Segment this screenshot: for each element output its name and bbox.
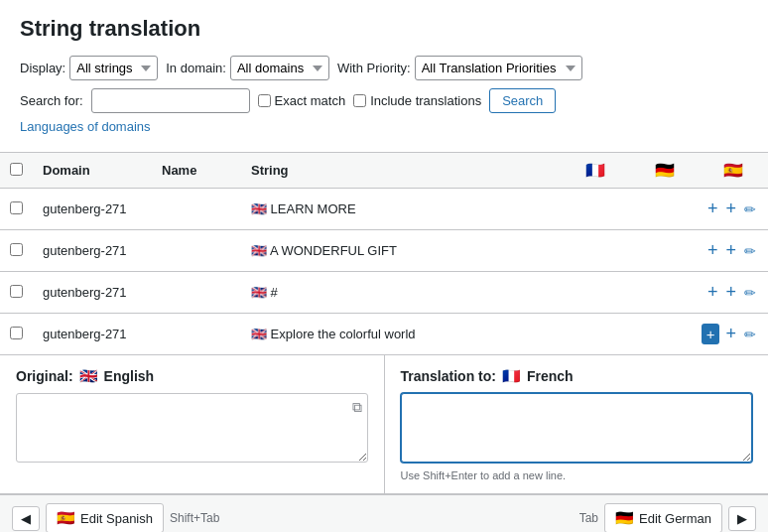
table-row: gutenberg-271 🇬🇧 A WONDERFUL GIFT + + ✏ — [0, 230, 768, 272]
search-input[interactable] — [91, 88, 250, 113]
add-fr-btn[interactable]: + — [705, 280, 720, 305]
tab-label: Tab — [579, 511, 598, 525]
prev-btn[interactable]: ◀ — [12, 506, 40, 531]
edit-spanish-label: Edit Spanish — [80, 511, 153, 526]
row-checkbox[interactable] — [10, 201, 23, 214]
edit-btn[interactable]: ✏ — [742, 241, 758, 261]
es-flag-header: 🇪🇸 — [699, 153, 768, 189]
languages-of-domains-link[interactable]: Languages of domains — [20, 119, 151, 134]
exact-match-checkbox[interactable] — [258, 94, 271, 107]
original-textarea[interactable] — [16, 393, 368, 463]
translation-hint: Use Shift+Enter to add a new line. — [401, 469, 753, 481]
translation-flag: 🇫🇷 — [502, 367, 521, 385]
translation-label: Translation to: — [401, 368, 496, 384]
select-all-checkbox[interactable] — [10, 163, 23, 176]
edit-spanish-button[interactable]: 🇪🇸 Edit Spanish — [46, 503, 164, 532]
row-checkbox[interactable] — [10, 327, 23, 339]
add-fr-btn[interactable]: + — [705, 238, 720, 263]
add-de-btn[interactable]: + — [723, 280, 738, 305]
translation-lang: French — [527, 368, 574, 384]
row-name — [152, 189, 241, 230]
row-string: 🇬🇧 # — [241, 272, 561, 314]
german-flag: 🇩🇪 — [615, 509, 634, 527]
original-column: Original: 🇬🇧 English ⧉ — [0, 355, 385, 493]
row-domain: gutenberg-271 — [33, 272, 152, 314]
domain-col-header: Domain — [33, 153, 152, 189]
row-name — [152, 230, 241, 272]
row-domain: gutenberg-271 — [33, 314, 152, 355]
translation-column: Translation to: 🇫🇷 French Use Shift+Ente… — [385, 355, 769, 493]
add-de-btn[interactable]: + — [723, 238, 738, 263]
translation-textarea[interactable] — [401, 393, 753, 463]
include-translations-label[interactable]: Include translations — [353, 93, 481, 108]
original-flag: 🇬🇧 — [79, 367, 98, 385]
domain-select[interactable]: All domains — [230, 56, 329, 80]
string-col-header: String — [241, 153, 561, 189]
row-domain: gutenberg-271 — [33, 189, 152, 230]
row-string: 🇬🇧 A WONDERFUL GIFT — [241, 230, 561, 272]
spanish-flag: 🇪🇸 — [57, 509, 75, 527]
domain-label: In domain: — [166, 61, 226, 75]
edit-btn[interactable]: ✏ — [742, 325, 758, 344]
row-name — [152, 314, 241, 355]
add-fr-btn[interactable]: + — [705, 197, 720, 221]
row-string: 🇬🇧 LEARN MORE — [241, 189, 561, 230]
edit-btn[interactable]: ✏ — [742, 200, 758, 219]
priority-select[interactable]: All Translation Priorities — [415, 56, 582, 80]
table-row: gutenberg-271 🇬🇧 # + + ✏ — [0, 272, 768, 314]
de-flag-header: 🇩🇪 — [630, 153, 700, 189]
shift-tab-hint: Shift+Tab — [170, 511, 219, 525]
original-lang: English — [104, 368, 155, 384]
copy-icon[interactable]: ⧉ — [352, 399, 362, 416]
display-label: Display: — [20, 61, 65, 75]
display-select[interactable]: All strings — [69, 56, 158, 80]
priority-label: With Priority: — [337, 61, 411, 75]
table-row: gutenberg-271 🇬🇧 LEARN MORE + + ✏ — [0, 189, 768, 230]
row-string: 🇬🇧 Explore the colorful world — [241, 314, 561, 355]
edit-german-label: Edit German — [639, 511, 711, 526]
bottom-bar: ◀ 🇪🇸 Edit Spanish Shift+Tab Tab 🇩🇪 Edit … — [0, 494, 768, 532]
edit-german-button[interactable]: 🇩🇪 Edit German — [604, 503, 722, 532]
row-domain: gutenberg-271 — [33, 230, 152, 272]
next-btn[interactable]: ▶ — [728, 506, 756, 531]
row-checkbox[interactable] — [10, 243, 23, 256]
exact-match-label[interactable]: Exact match — [258, 93, 346, 108]
edit-btn[interactable]: ✏ — [742, 283, 758, 303]
translation-panel: Original: 🇬🇧 English ⧉ Translation to: 🇫… — [0, 354, 768, 494]
add-fr-highlighted-btn[interactable]: + — [702, 324, 720, 344]
page-title: String translation — [20, 16, 748, 42]
row-checkbox[interactable] — [10, 285, 23, 298]
fr-flag-header: 🇫🇷 — [561, 153, 630, 189]
search-button[interactable]: Search — [489, 88, 556, 113]
add-de-btn[interactable]: + — [723, 197, 738, 221]
table-row-active: gutenberg-271 🇬🇧 Explore the colorful wo… — [0, 314, 768, 355]
row-name — [152, 272, 241, 314]
name-col-header: Name — [152, 153, 241, 189]
add-de-btn[interactable]: + — [723, 322, 738, 346]
search-for-label: Search for: — [20, 93, 83, 108]
include-translations-checkbox[interactable] — [353, 94, 366, 107]
original-label: Original: — [16, 368, 73, 384]
